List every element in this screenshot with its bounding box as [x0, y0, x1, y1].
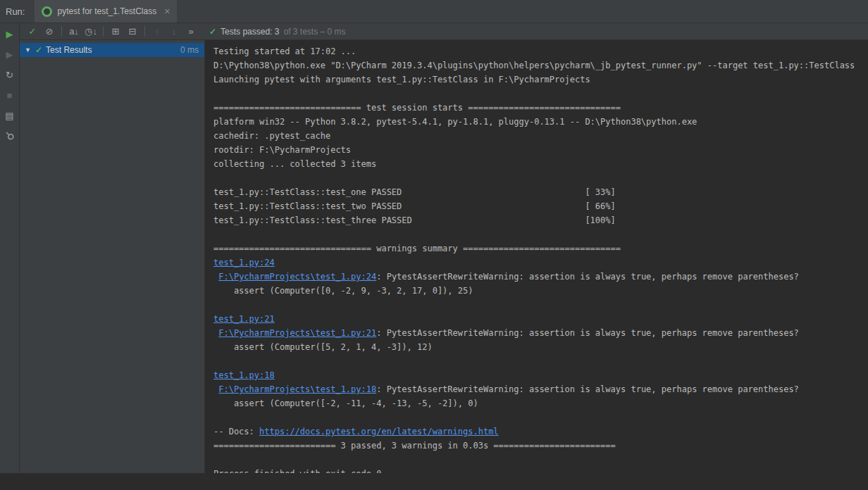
console-link[interactable]: https://docs.pytest.org/en/latest/warnin… [259, 427, 499, 436]
console-text: collecting ... collected 3 items [213, 159, 376, 169]
expand-all-icon[interactable]: ⊞ [107, 24, 124, 39]
console-line: Process finished with exit code 0 [213, 467, 868, 473]
toolbar-icon-group: ✓⊘a↓◷↓⊞⊟↑↓» [24, 24, 199, 39]
console-text: : PytestAssertRewriteWarning: assertion … [376, 272, 799, 282]
console-link[interactable]: F:\PycharmProjects\test_1.py:21 [218, 328, 376, 338]
console-line [213, 354, 868, 368]
console-link[interactable]: F:\PycharmProjects\test_1.py:24 [218, 272, 376, 282]
console-line: -- Docs: https://docs.pytest.org/en/late… [213, 425, 868, 439]
console-text: : PytestAssertRewriteWarning: assertion … [376, 384, 799, 394]
sort-alphabetically-icon[interactable]: a↓ [66, 24, 82, 39]
console-text: D:\Python38\python.exe "D:\PyCharm 2019.… [213, 61, 855, 70]
chevron-down-icon[interactable]: ▼ [25, 46, 32, 54]
console-line: test_1.py::TestClass::test_two PASSED [ … [213, 199, 868, 213]
console-text: test_1.py::TestClass::test_two PASSED [ … [213, 201, 616, 211]
pin-tab-icon[interactable]: ⚲ [0, 125, 20, 146]
console-text: test_1.py::TestClass::test_one PASSED [ … [213, 187, 616, 197]
rerun-tests-icon[interactable]: ▶ [2, 26, 18, 42]
console-line: ============================= test sessi… [213, 101, 868, 115]
console-line: ======================== 3 passed, 3 war… [213, 439, 868, 453]
pycharm-run-tool-window: Run: pytest for test_1.TestClass × ▶▶↻■▤… [0, 0, 868, 490]
console-text: cachedir: .pytest_cache [213, 131, 330, 141]
tests-passed-label: Tests passed: 3 [221, 27, 279, 37]
console-line: F:\PycharmProjects\test_1.py:21: PytestA… [213, 326, 868, 340]
run-tab-bar: Run: pytest for test_1.TestClass × [0, 0, 868, 23]
console-line: Launching pytest with arguments test_1.p… [213, 73, 868, 87]
rerun-failed-tests-icon[interactable]: ▶ [2, 46, 18, 62]
tests-passed-detail: of 3 tests – 0 ms [283, 27, 345, 37]
test-results-label: Test Results [46, 45, 92, 55]
console-line: cachedir: .pytest_cache [213, 129, 868, 143]
console-line: assert (Computer([0, -2, 9, -3, 2, 17, 0… [213, 284, 868, 298]
split-panes: ▼ ✓ Test Results 0 ms Testing started at… [20, 40, 868, 473]
console-text: Process finished with exit code 0 [213, 469, 381, 473]
console-line: D:\Python38\python.exe "D:\PyCharm 2019.… [213, 58, 868, 73]
console-line: rootdir: F:\PycharmProjects [213, 143, 868, 157]
run-tab-pytest[interactable]: pytest for test_1.TestClass × [35, 0, 177, 23]
console-line: test_1.py::TestClass::test_one PASSED [ … [213, 185, 868, 199]
next-failed-test-icon[interactable]: ↓ [166, 24, 182, 39]
console-text: -- Docs: [213, 427, 259, 436]
toolbar-separator [103, 26, 104, 37]
console-line: =============================== warnings… [213, 241, 868, 256]
show-ignored-icon[interactable]: ⊘ [41, 24, 58, 39]
console-line [213, 410, 868, 425]
console-text: assert (Computer([-2, -11, -4, -13, -5, … [213, 398, 478, 408]
sort-by-duration-icon[interactable]: ◷↓ [82, 24, 99, 39]
console-text: Launching pytest with arguments test_1.p… [213, 75, 590, 84]
run-tool-window-label: Run: [6, 6, 25, 17]
pytest-icon [42, 6, 52, 17]
console-text: assert (Computer([5, 2, 1, 4, -3]), 12) [213, 342, 433, 352]
console-line: test_1.py:24 [213, 256, 868, 270]
restore-layout-icon[interactable]: ▤ [2, 108, 18, 123]
test-runner-toolbar: ✓⊘a↓◷↓⊞⊟↑↓» ✓ Tests passed: 3 of 3 tests… [20, 23, 868, 40]
console-line [213, 227, 868, 241]
test-results-root-row[interactable]: ▼ ✓ Test Results 0 ms [20, 43, 204, 57]
console-text: platform win32 -- Python 3.8.2, pytest-5… [213, 117, 697, 127]
tool-window-body: ▶▶↻■▤⚲ ✓⊘a↓◷↓⊞⊟↑↓» ✓ Tests passed: 3 of … [0, 23, 868, 473]
console-text: rootdir: F:\PycharmProjects [213, 145, 351, 155]
console-line [213, 171, 868, 185]
console-line: collecting ... collected 3 items [213, 157, 868, 171]
tests-passed-check-icon: ✓ [209, 27, 216, 37]
toggle-auto-test-icon[interactable]: ↻ [2, 67, 18, 82]
console-line [213, 87, 868, 101]
content-area: ✓⊘a↓◷↓⊞⊟↑↓» ✓ Tests passed: 3 of 3 tests… [20, 23, 868, 473]
left-toolbar: ▶▶↻■▤⚲ [0, 23, 20, 473]
console-line: F:\PycharmProjects\test_1.py:24: PytestA… [213, 270, 868, 284]
toolbar-separator [61, 26, 62, 37]
console-line: assert (Computer([-2, -11, -4, -13, -5, … [213, 396, 868, 410]
console-text: test_1.py::TestClass::test_three PASSED … [213, 215, 616, 225]
console-line [213, 453, 868, 467]
console-line: test_1.py:18 [213, 368, 868, 382]
console-text: assert (Computer([0, -2, 9, -3, 2, 17, 0… [213, 286, 473, 296]
run-tab-title: pytest for test_1.TestClass [57, 6, 156, 16]
toolbar-separator [144, 26, 145, 37]
console-text: =============================== warnings… [213, 244, 621, 253]
console-link[interactable]: test_1.py:18 [213, 370, 275, 380]
console-link[interactable]: F:\PycharmProjects\test_1.py:18 [218, 384, 376, 394]
show-passed-icon[interactable]: ✓ [24, 24, 41, 39]
console-text: ======================== 3 passed, 3 war… [213, 441, 616, 451]
test-status: ✓ Tests passed: 3 of 3 tests – 0 ms [209, 27, 346, 37]
console-line: test_1.py::TestClass::test_three PASSED … [213, 213, 868, 227]
console-link[interactable]: test_1.py:21 [213, 314, 275, 324]
more-options-icon[interactable]: » [182, 24, 199, 39]
console-text: ============================= test sessi… [213, 103, 621, 113]
collapse-all-icon[interactable]: ⊟ [124, 24, 141, 39]
console-line [213, 298, 868, 312]
test-results-tree: ▼ ✓ Test Results 0 ms [20, 40, 205, 473]
console-line: F:\PycharmProjects\test_1.py:18: PytestA… [213, 382, 868, 396]
console-line: test_1.py:21 [213, 312, 868, 326]
console-output: Testing started at 17:02 ...D:\Python38\… [205, 40, 868, 473]
stop-icon[interactable]: ■ [2, 87, 18, 103]
console-line: platform win32 -- Python 3.8.2, pytest-5… [213, 115, 868, 129]
previous-failed-test-icon[interactable]: ↑ [149, 24, 166, 39]
console-line: assert (Computer([5, 2, 1, 4, -3]), 12) [213, 340, 868, 354]
tab-close-icon[interactable]: × [164, 6, 170, 16]
console-text: Testing started at 17:02 ... [213, 46, 356, 56]
console-text: : PytestAssertRewriteWarning: assertion … [376, 328, 799, 338]
console-link[interactable]: test_1.py:24 [213, 258, 275, 268]
test-passed-icon: ✓ [35, 45, 42, 55]
test-results-duration: 0 ms [180, 45, 199, 55]
